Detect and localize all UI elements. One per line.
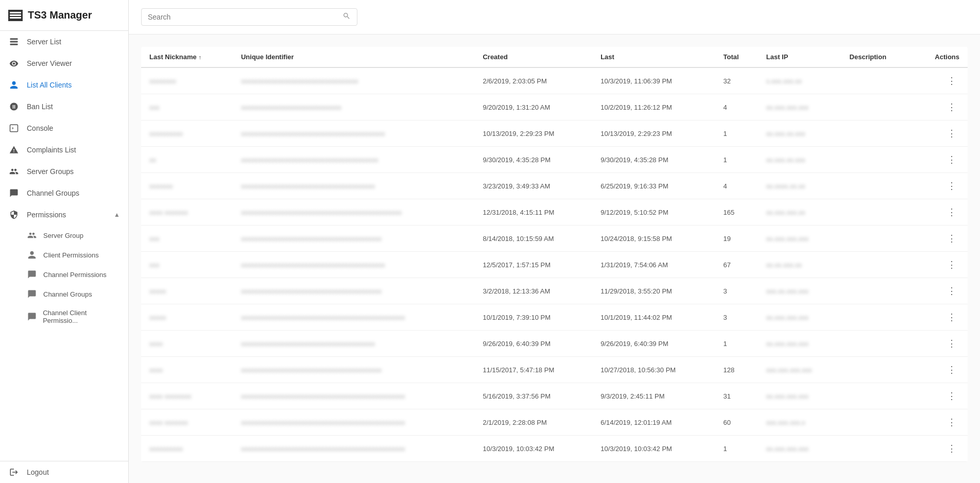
cell-actions: ⋮ [913,357,968,383]
cell-description [841,226,913,252]
cell-actions: ⋮ [913,436,968,462]
cell-last: 10/3/2019, 11:06:39 PM [592,67,715,94]
sidebar-item-channel-groups[interactable]: Channel Groups [0,182,128,204]
cell-total: 4 [715,173,758,199]
cell-description [841,67,913,94]
row-more-button[interactable]: ⋮ [944,310,959,324]
col-last-ip[interactable]: Last IP [758,47,841,67]
cell-created: 9/20/2019, 1:31:20 AM [474,94,592,120]
cell-uid: xxxxxxxxxxxxxxxxxxxxxxxxxxxxxxxxxxxxxxxx [233,173,474,199]
row-more-button[interactable]: ⋮ [944,179,959,193]
sidebar-item-client-permissions[interactable]: Client Permissions [0,245,128,265]
eye-icon [8,59,20,68]
group-icon [8,167,20,176]
cell-nickname: xxx [141,252,233,278]
search-input[interactable] [148,13,342,21]
table-row: xxxx xxxxxxxxxxxxxxxxxxxxxxxxxxxxxxxxxxx… [141,357,968,383]
col-last[interactable]: Last [592,47,715,67]
cell-uid: xxxxxxxxxxxxxxxxxxxxxxxxxxxxxxxxxxxxxxxx… [233,409,474,436]
cell-ip: xx.xxx.xxx.xxx [758,304,841,331]
row-more-button[interactable]: ⋮ [944,363,959,376]
sidebar-item-channel-permissions[interactable]: Channel Permissions [0,265,128,284]
sidebar-item-list-all-clients[interactable]: List All Clients [0,74,128,96]
cell-description [841,173,913,199]
sidebar-item-channel-groups-sub[interactable]: Channel Groups [0,284,128,304]
cell-nickname: xxxx xxxxxxx [141,199,233,226]
cell-ip: x.xxx.xxx.xx [758,67,841,94]
row-more-button[interactable]: ⋮ [944,153,959,166]
col-created[interactable]: Created [474,47,592,67]
cell-actions: ⋮ [913,94,968,120]
warning-icon [8,145,20,154]
table-row: xxxx xxxxxxx xxxxxxxxxxxxxxxxxxxxxxxxxxx… [141,409,968,436]
console-icon [8,124,20,133]
cell-uid: xxxxxxxxxxxxxxxxxxxxxxxxxxxxxxxxxxxxxxxx [233,331,474,357]
cell-last: 10/13/2019, 2:29:23 PM [592,120,715,147]
cell-nickname: xxx [141,226,233,252]
row-more-button[interactable]: ⋮ [944,284,959,298]
cell-ip: xx.xxx.xxx.xx [758,199,841,226]
sidebar: TS3 Manager Server List Server Viewer Li… [0,0,129,483]
cell-total: 31 [715,383,758,409]
cell-actions: ⋮ [913,304,968,331]
cell-actions: ⋮ [913,383,968,409]
cell-last: 9/3/2019, 2:45:11 PM [592,383,715,409]
channel-sub-icon-1 [27,270,37,279]
cell-last: 11/29/2018, 3:55:20 PM [592,278,715,304]
cell-last: 10/3/2019, 10:03:42 PM [592,436,715,462]
cell-description [841,304,913,331]
cell-uid: xxxxxxxxxxxxxxxxxxxxxxxxxxxxxx [233,94,474,120]
col-last-nickname[interactable]: Last Nickname [141,47,233,67]
cell-total: 32 [715,67,758,94]
col-total[interactable]: Total [715,47,758,67]
cell-description [841,252,913,278]
cell-last: 9/26/2019, 6:40:39 PM [592,331,715,357]
cell-last: 9/30/2019, 4:35:28 PM [592,147,715,173]
col-description: Description [841,47,913,67]
cell-actions: ⋮ [913,331,968,357]
table-row: xxxxxxxx xxxxxxxxxxxxxxxxxxxxxxxxxxxxxxx… [141,67,968,94]
col-actions: Actions [913,47,968,67]
table-row: xxxxxxx xxxxxxxxxxxxxxxxxxxxxxxxxxxxxxxx… [141,173,968,199]
cell-ip: xxx.xx.xxx.xxx [758,278,841,304]
sidebar-item-channel-client-permissions[interactable]: Channel Client Permissio... [0,304,128,330]
row-more-button[interactable]: ⋮ [944,416,959,429]
sidebar-item-server-list[interactable]: Server List [0,31,128,53]
row-more-button[interactable]: ⋮ [944,389,959,403]
row-more-button[interactable]: ⋮ [944,258,959,271]
col-unique-identifier[interactable]: Unique Identifier [233,47,474,67]
cell-created: 9/26/2019, 6:40:39 PM [474,331,592,357]
sidebar-item-logout[interactable]: Logout [0,461,128,483]
row-more-button[interactable]: ⋮ [944,127,959,140]
cell-last: 10/2/2019, 11:26:12 PM [592,94,715,120]
cell-total: 4 [715,94,758,120]
table-row: xxxx xxxxxxxx xxxxxxxxxxxxxxxxxxxxxxxxxx… [141,383,968,409]
cell-uid: xxxxxxxxxxxxxxxxxxxxxxxxxxxxxxxxxxxxxxxx… [233,199,474,226]
cell-total: 1 [715,120,758,147]
row-more-button[interactable]: ⋮ [944,205,959,219]
cell-ip: xx.xxx.xxx.xxx [758,436,841,462]
sidebar-item-server-groups[interactable]: Server Groups [0,161,128,182]
row-more-button[interactable]: ⋮ [944,100,959,114]
cell-created: 10/13/2019, 2:29:23 PM [474,120,592,147]
cell-ip: xx.xxx.xx.xxx [758,147,841,173]
row-more-button[interactable]: ⋮ [944,337,959,350]
row-more-button[interactable]: ⋮ [944,232,959,245]
cell-actions: ⋮ [913,67,968,94]
row-more-button[interactable]: ⋮ [944,74,959,88]
row-more-button[interactable]: ⋮ [944,442,959,455]
search-input-wrap[interactable] [141,8,357,26]
cell-nickname: xxxx [141,357,233,383]
sidebar-item-server-group[interactable]: Server Group [0,226,128,245]
sidebar-item-console[interactable]: Console [0,117,128,139]
person-icon [8,80,20,90]
sidebar-item-complaints-list[interactable]: Complaints List [0,139,128,161]
cell-last: 10/24/2018, 9:15:58 PM [592,226,715,252]
table-row: xxx xxxxxxxxxxxxxxxxxxxxxxxxxxxxxxxxxxxx… [141,226,968,252]
sidebar-item-permissions[interactable]: Permissions ▲ [0,204,128,226]
cell-uid: xxxxxxxxxxxxxxxxxxxxxxxxxxxxxxxxxxxxxxxx… [233,383,474,409]
cell-uid: xxxxxxxxxxxxxxxxxxxxxxxxxxxxxxxxxxxxxxxx… [233,226,474,252]
sidebar-item-server-viewer[interactable]: Server Viewer [0,53,128,74]
cell-created: 9/30/2019, 4:35:28 PM [474,147,592,173]
sidebar-item-ban-list[interactable]: Ban List [0,96,128,117]
